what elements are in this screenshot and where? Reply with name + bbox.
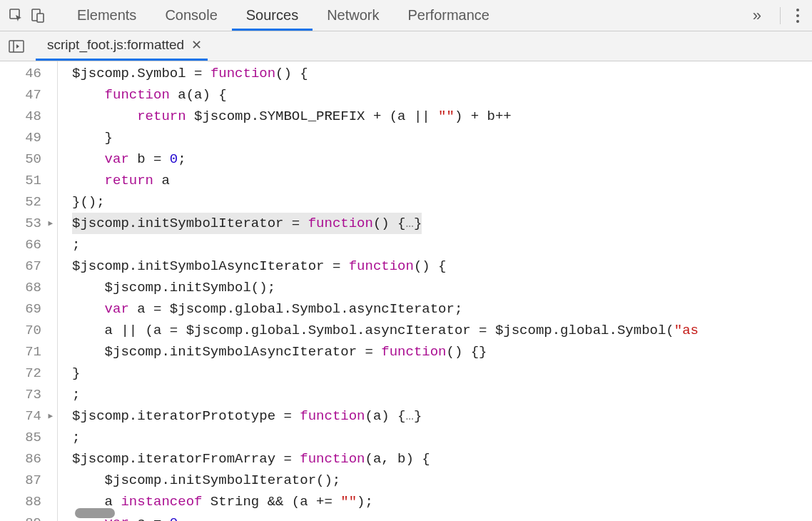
devtools-toolbar: Elements Console Sources Network Perform… (0, 0, 812, 31)
code-line[interactable]: $jscomp.iteratorFromArray = function(a, … (72, 448, 812, 470)
line-number[interactable]: 66 (0, 234, 57, 256)
code-line[interactable]: ; (72, 427, 812, 448)
line-number[interactable]: 68 (0, 277, 57, 298)
code-line[interactable]: var c = 0 (72, 512, 812, 521)
code-line[interactable]: return a (72, 170, 812, 191)
line-number[interactable]: 48 (0, 106, 57, 127)
code-content[interactable]: $jscomp.Symbol = function() { function a… (72, 61, 812, 521)
device-toolbar-icon[interactable] (27, 5, 49, 26)
settings-menu-icon[interactable] (789, 6, 806, 26)
left-spacing (58, 61, 72, 521)
line-number[interactable]: 46 (0, 63, 57, 84)
code-line[interactable]: ; (72, 384, 812, 405)
code-line[interactable]: var b = 0; (72, 148, 812, 170)
line-number[interactable]: 87 (0, 470, 57, 491)
panel-tabs: Elements Console Sources Network Perform… (63, 0, 743, 31)
code-line[interactable]: a instanceof String && (a += ""); (72, 491, 812, 512)
svg-rect-2 (37, 14, 44, 22)
line-number[interactable]: 89 (0, 512, 57, 521)
line-number[interactable]: 52 (0, 191, 57, 213)
code-line[interactable]: $jscomp.iteratorPrototype = function(a) … (72, 405, 812, 427)
line-number[interactable]: 70 (0, 320, 57, 341)
code-line[interactable]: } (72, 363, 812, 384)
line-number[interactable]: 51 (0, 170, 57, 191)
toolbar-right: » (743, 6, 806, 26)
line-number[interactable]: 49 (0, 127, 57, 148)
close-icon[interactable]: ✕ (191, 37, 202, 53)
tab-label: Console (165, 7, 217, 24)
line-number[interactable]: 53▶ (0, 213, 57, 234)
fold-toggle-icon[interactable]: ▶ (46, 405, 53, 427)
tab-network[interactable]: Network (313, 0, 393, 31)
code-line[interactable]: $jscomp.initSymbolIterator = function() … (72, 213, 812, 234)
code-line[interactable]: $jscomp.initSymbol(); (72, 277, 812, 298)
line-number[interactable]: 86 (0, 448, 57, 470)
tab-label: Performance (408, 7, 490, 24)
fold-toggle-icon[interactable]: ▶ (46, 213, 53, 234)
tab-label: Sources (246, 7, 298, 24)
line-gutter[interactable]: 4647484950515253▶666768697071727374▶8586… (0, 61, 57, 521)
navigator-toggle-icon[interactable] (6, 36, 27, 57)
file-tab[interactable]: script_foot.js:formatted ✕ (36, 31, 208, 61)
code-line[interactable]: ; (72, 234, 812, 256)
tab-label: Elements (77, 7, 136, 24)
tab-console[interactable]: Console (151, 0, 231, 31)
line-number[interactable]: 72 (0, 363, 57, 384)
code-line[interactable]: } (72, 127, 812, 148)
line-number[interactable]: 50 (0, 148, 57, 170)
code-line[interactable]: return $jscomp.SYMBOL_PREFIX + (a || "")… (72, 106, 812, 127)
line-number[interactable]: 69 (0, 298, 57, 320)
tab-label: Network (327, 7, 379, 24)
tab-sources[interactable]: Sources (232, 0, 313, 31)
line-number[interactable]: 74▶ (0, 405, 57, 427)
code-editor[interactable]: 4647484950515253▶666768697071727374▶8586… (0, 61, 812, 521)
line-number[interactable]: 88 (0, 491, 57, 512)
code-line[interactable]: $jscomp.initSymbolAsyncIterator = functi… (72, 341, 812, 363)
horizontal-scrollbar[interactable] (75, 508, 115, 518)
code-line[interactable]: $jscomp.Symbol = function() { (72, 63, 812, 84)
line-number[interactable]: 71 (0, 341, 57, 363)
inspect-element-icon[interactable] (6, 5, 27, 26)
code-line[interactable]: $jscomp.initSymbolAsyncIterator = functi… (72, 256, 812, 277)
file-tabs-bar: script_foot.js:formatted ✕ (0, 31, 812, 61)
overflow-tabs-icon[interactable]: » (743, 6, 771, 25)
tab-elements[interactable]: Elements (63, 0, 151, 31)
line-number[interactable]: 73 (0, 384, 57, 405)
code-line[interactable]: $jscomp.initSymbolIterator(); (72, 470, 812, 491)
line-number[interactable]: 47 (0, 84, 57, 106)
code-line[interactable]: var a = $jscomp.global.Symbol.asyncItera… (72, 298, 812, 320)
line-number[interactable]: 85 (0, 427, 57, 448)
tab-performance[interactable]: Performance (394, 0, 504, 31)
code-line[interactable]: function a(a) { (72, 84, 812, 106)
code-line[interactable]: a || (a = $jscomp.global.Symbol.asyncIte… (72, 320, 812, 341)
code-line[interactable]: }(); (72, 191, 812, 213)
divider (780, 7, 781, 24)
file-tab-name: script_foot.js:formatted (47, 37, 184, 53)
line-number[interactable]: 67 (0, 256, 57, 277)
